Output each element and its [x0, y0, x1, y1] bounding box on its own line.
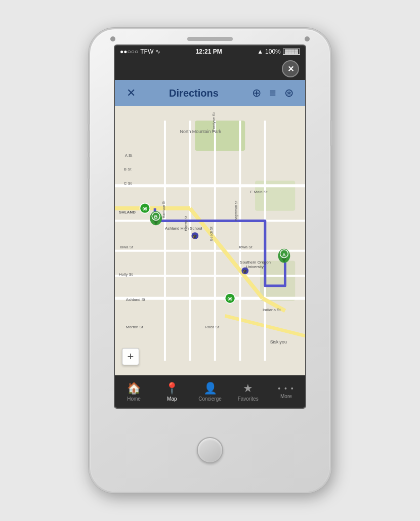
- svg-text:99: 99: [228, 296, 233, 301]
- directions-header: ✕ Directions ⊕ ≡ ⊛: [115, 80, 305, 106]
- power-button[interactable]: [330, 120, 332, 146]
- svg-text:B: B: [154, 214, 158, 220]
- close-bar: ✕: [115, 58, 305, 80]
- camera: [110, 36, 115, 41]
- svg-text:Beach St: Beach St: [209, 227, 213, 241]
- svg-text:Harrison St: Harrison St: [162, 201, 165, 219]
- home-button[interactable]: [197, 437, 223, 463]
- map-area[interactable]: 99 99 🎓 🎓 B A: [115, 106, 305, 375]
- map-icon: 📍: [165, 382, 179, 395]
- tab-home[interactable]: 🏠 Home: [115, 375, 153, 408]
- tab-favorites-label: Favorites: [238, 396, 259, 402]
- tab-favorites[interactable]: ★ Favorites: [229, 375, 267, 408]
- svg-text:A St: A St: [125, 153, 133, 158]
- tab-home-label: Home: [127, 396, 141, 402]
- sensor: [305, 36, 310, 41]
- carrier-label: TFW: [140, 48, 153, 55]
- volume-up-button[interactable]: [88, 110, 90, 124]
- battery-icon: ▓▓▓▓: [283, 49, 300, 55]
- tab-more-label: More: [280, 394, 292, 399]
- svg-text:Iowa St: Iowa St: [120, 245, 134, 249]
- wifi-icon: ∿: [155, 48, 160, 55]
- phone-top: [90, 29, 330, 45]
- svg-text:🎓: 🎓: [242, 269, 247, 274]
- svg-text:Southern Oregon: Southern Oregon: [240, 260, 271, 265]
- status-left: ●●○○○ TFW ∿: [120, 48, 160, 55]
- svg-text:Holly St: Holly St: [119, 272, 133, 277]
- svg-text:99: 99: [142, 206, 147, 211]
- directions-title: Directions: [139, 88, 248, 99]
- header-close-icon[interactable]: ✕: [123, 86, 139, 100]
- home-icon: 🏠: [127, 382, 141, 395]
- time-display: 12:21 PM: [196, 48, 222, 55]
- tab-bar: 🏠 Home 📍 Map 👤 Concierge ★ Favorites • •…: [115, 375, 305, 408]
- location-target-icon[interactable]: ⊕: [248, 86, 265, 100]
- more-icon: • • •: [278, 384, 294, 393]
- svg-text:🎓: 🎓: [192, 234, 197, 239]
- phone-device: ●●○○○ TFW ∿ 12:21 PM ▲ 100% ▓▓▓▓ ✕ ✕ Dir…: [89, 28, 331, 493]
- svg-text:Ashland St: Ashland St: [126, 297, 146, 302]
- svg-text:A: A: [282, 252, 286, 257]
- svg-text:C St: C St: [124, 181, 132, 186]
- speaker: [187, 37, 233, 41]
- battery-label: 100%: [265, 48, 281, 55]
- svg-text:Wightman St: Wightman St: [234, 201, 238, 221]
- tab-more[interactable]: • • • More: [267, 375, 305, 408]
- tab-map-label: Map: [167, 396, 177, 402]
- status-bar: ●●○○○ TFW ∿ 12:21 PM ▲ 100% ▓▓▓▓: [115, 46, 305, 58]
- svg-text:Indiana St: Indiana St: [263, 308, 281, 312]
- close-button[interactable]: ✕: [282, 60, 299, 77]
- svg-text:University: University: [246, 265, 264, 269]
- route-down-icon[interactable]: ⊛: [281, 86, 297, 100]
- svg-text:Siskiyou: Siskiyou: [270, 339, 287, 344]
- svg-text:Iowa St: Iowa St: [239, 245, 253, 249]
- status-right: ▲ 100% ▓▓▓▓: [257, 48, 300, 55]
- tab-concierge-label: Concierge: [198, 396, 222, 402]
- phone-bottom: [197, 409, 223, 492]
- svg-text:Ashland High School: Ashland High School: [165, 226, 202, 231]
- svg-text:Morton St: Morton St: [126, 325, 144, 329]
- favorites-icon: ★: [243, 382, 253, 395]
- svg-text:E Main St: E Main St: [250, 190, 268, 194]
- signal-strength: ●●○○○: [120, 48, 138, 55]
- volume-down-button[interactable]: [88, 131, 90, 153]
- map-svg: 99 99 🎓 🎓 B A: [115, 106, 305, 375]
- tab-concierge[interactable]: 👤 Concierge: [191, 375, 229, 408]
- location-icon: ▲: [257, 48, 263, 55]
- screen: ●●○○○ TFW ∿ 12:21 PM ▲ 100% ▓▓▓▓ ✕ ✕ Dir…: [114, 45, 306, 409]
- concierge-icon: 👤: [203, 382, 217, 395]
- svg-text:Fordyce St: Fordyce St: [212, 112, 216, 132]
- list-icon[interactable]: ≡: [265, 86, 281, 100]
- svg-rect-1: [195, 121, 245, 151]
- svg-text:Roca St: Roca St: [205, 325, 220, 329]
- zoom-in-button[interactable]: +: [122, 348, 139, 365]
- silent-switch[interactable]: [88, 157, 90, 179]
- svg-text:SHLAND: SHLAND: [119, 210, 136, 214]
- svg-text:B St: B St: [124, 167, 132, 171]
- tab-map[interactable]: 📍 Map: [153, 375, 191, 408]
